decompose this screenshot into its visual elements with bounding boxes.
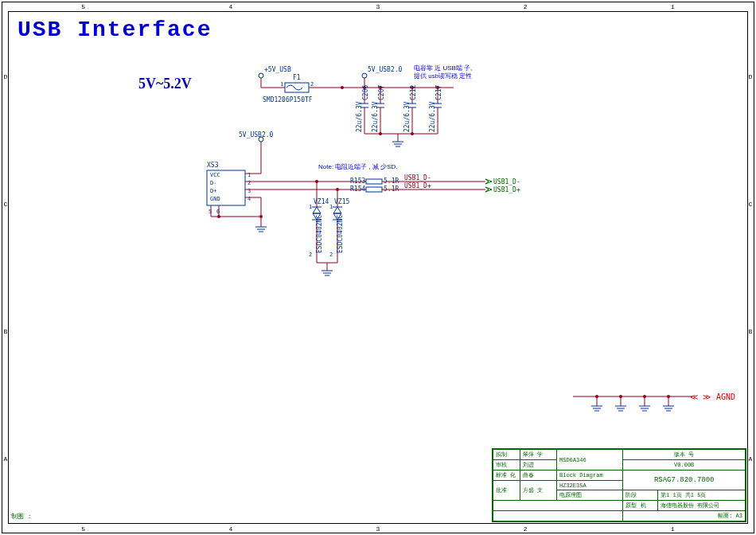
power-5v-usb20-a: 5V_USB2.0 bbox=[362, 66, 403, 88]
cap-c212: C212 22u/6.3V bbox=[403, 85, 417, 134]
svg-point-44 bbox=[379, 132, 382, 135]
svg-marker-92 bbox=[485, 187, 492, 192]
svg-rect-83 bbox=[366, 187, 382, 192]
cap-c206: C206 22u/6.3V bbox=[356, 85, 369, 134]
svg-text:5: 5 bbox=[208, 209, 212, 215]
svg-rect-7 bbox=[285, 83, 309, 92]
svg-point-76 bbox=[259, 215, 263, 218]
drawn-by-label: 制图 : bbox=[11, 512, 32, 521]
offpage-usb1-dp: USB1_D+ bbox=[485, 186, 520, 193]
svg-text:+5V_USB: +5V_USB bbox=[264, 66, 291, 73]
svg-text:≪ ≫: ≪ ≫ bbox=[690, 392, 711, 401]
offpage-usb1-dm: USB1_D- bbox=[485, 178, 520, 185]
svg-marker-90 bbox=[485, 179, 492, 184]
svg-text:USB1_D-: USB1_D- bbox=[404, 174, 431, 182]
svg-text:5V_USB2.0: 5V_USB2.0 bbox=[368, 66, 403, 73]
svg-text:1: 1 bbox=[329, 204, 333, 210]
power-5v-usb20-b: 5V_USB2.0 bbox=[239, 131, 274, 174]
svg-point-96 bbox=[315, 180, 318, 183]
svg-text:ESDC0402NC: ESDC0402NC bbox=[337, 215, 344, 253]
cap-c207: C207 22u/6.3V bbox=[372, 85, 385, 134]
svg-text:XS3: XS3 bbox=[207, 162, 219, 169]
gnd-symbol-xs3 bbox=[255, 227, 267, 232]
svg-point-75 bbox=[217, 215, 220, 218]
svg-text:C206: C206 bbox=[362, 85, 369, 100]
svg-text:AGND: AGND bbox=[716, 392, 735, 401]
svg-text:2: 2 bbox=[329, 252, 333, 258]
title-block: 拟制 翠萍 学 MSD6A346 版本 号 审核 刘进 V0.00B 标准 化 … bbox=[492, 448, 746, 522]
svg-text:C212: C212 bbox=[410, 85, 417, 100]
svg-text:22u/6.3V: 22u/6.3V bbox=[403, 101, 411, 132]
svg-text:SMD1206P150TF: SMD1206P150TF bbox=[263, 96, 313, 103]
svg-text:C207: C207 bbox=[378, 85, 385, 100]
svg-text:1: 1 bbox=[280, 81, 283, 88]
svg-text:3: 3 bbox=[247, 188, 251, 194]
svg-text:1: 1 bbox=[309, 204, 312, 210]
tvs-vz15: VZ15 ESDC0402NC 1 2 bbox=[329, 188, 349, 263]
svg-point-3 bbox=[362, 73, 367, 78]
svg-text:VZ15: VZ15 bbox=[334, 198, 349, 205]
svg-text:USB1_D-: USB1_D- bbox=[493, 178, 520, 185]
svg-marker-108 bbox=[333, 207, 341, 213]
tvs-vz14: VZ14 ESDC0402NC 1 2 bbox=[309, 180, 329, 263]
svg-text:Note: 电阻近端子 , 减 少SD.: Note: 电阻近端子 , 减 少SD. bbox=[318, 163, 398, 170]
gnd-symbol-tvs bbox=[321, 271, 333, 275]
svg-text:USB1_D+: USB1_D+ bbox=[493, 186, 520, 193]
svg-text:VZ14: VZ14 bbox=[314, 198, 329, 205]
gnd-symbol-caps bbox=[392, 142, 403, 146]
svg-text:2: 2 bbox=[309, 252, 312, 258]
svg-text:D+: D+ bbox=[210, 188, 216, 194]
svg-text:D-: D- bbox=[210, 180, 216, 186]
svg-point-0 bbox=[259, 73, 263, 78]
svg-text:电容靠 近 USB端 子,: 电容靠 近 USB端 子, bbox=[414, 64, 472, 72]
svg-text:USB1_D+: USB1_D+ bbox=[404, 182, 431, 189]
svg-text:22u/6.3V: 22u/6.3V bbox=[356, 101, 363, 132]
svg-text:5V_USB2.0: 5V_USB2.0 bbox=[239, 131, 274, 139]
cap-c217: C217 22u/6.3V bbox=[429, 85, 442, 134]
svg-text:R153: R153 bbox=[350, 178, 365, 185]
svg-point-14 bbox=[341, 86, 344, 89]
svg-text:2: 2 bbox=[310, 81, 314, 88]
agnd-net: ≪ ≫ AGND bbox=[573, 392, 735, 411]
svg-text:1: 1 bbox=[247, 172, 251, 178]
svg-rect-80 bbox=[366, 179, 382, 184]
svg-text:2: 2 bbox=[247, 180, 251, 186]
svg-text:22u/6.3V: 22u/6.3V bbox=[429, 101, 436, 132]
svg-text:提供 usb读写稳 定性: 提供 usb读写稳 定性 bbox=[414, 72, 472, 80]
svg-marker-97 bbox=[313, 207, 321, 213]
svg-text:4: 4 bbox=[247, 196, 251, 202]
svg-text:GND: GND bbox=[210, 196, 220, 202]
svg-text:VCC: VCC bbox=[210, 172, 220, 178]
tb-row1-l: 拟制 bbox=[493, 450, 520, 460]
connector-xs3: XS3 VCC D- D+ GND 1 2 3 4 5 6 bbox=[207, 162, 251, 217]
svg-text:ESDC0402NC: ESDC0402NC bbox=[316, 215, 323, 253]
power-5v-usb: +5V_USB bbox=[259, 66, 291, 88]
svg-text:22u/6.3V: 22u/6.3V bbox=[372, 101, 379, 132]
svg-text:6: 6 bbox=[216, 209, 220, 215]
svg-text:R154: R154 bbox=[350, 185, 365, 193]
svg-text:C217: C217 bbox=[435, 85, 442, 100]
svg-point-45 bbox=[411, 132, 414, 135]
svg-point-107 bbox=[336, 188, 339, 191]
fuse-f1: F1 1 2 SMD1206P150TF bbox=[261, 74, 364, 103]
svg-text:F1: F1 bbox=[293, 74, 301, 81]
